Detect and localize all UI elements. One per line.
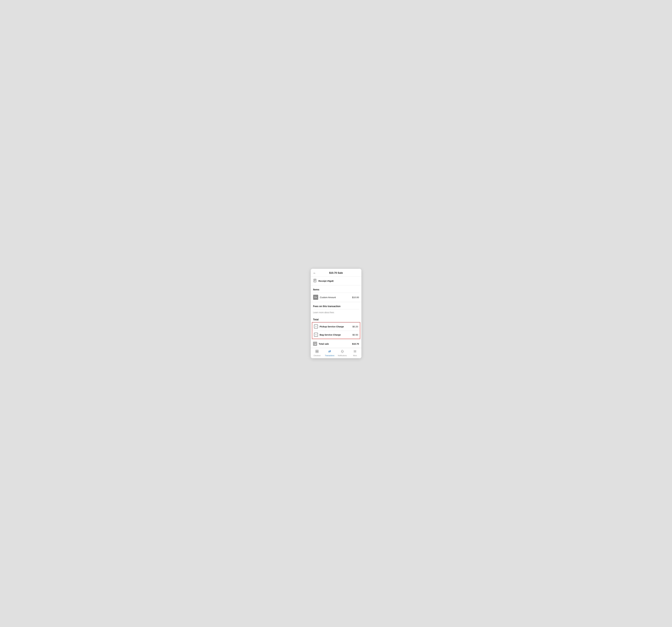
item-price: $10.00 (352, 296, 359, 299)
bottom-nav: Checkout Transactions Notifications (311, 348, 361, 358)
receipt-icon (313, 279, 317, 283)
back-button[interactable]: ← (313, 271, 316, 275)
phone-container: ← $10.70 Sale Receipt #5geE Items Cu Cus… (311, 269, 361, 358)
notifications-icon (340, 350, 344, 354)
fees-divider (313, 309, 359, 309)
total-sale-price: $10.70 (352, 343, 359, 345)
item-row: Cu Custom Amount $10.00 (311, 293, 361, 302)
more-icon (353, 350, 357, 354)
svg-rect-10 (316, 351, 317, 353)
items-section-label: Items (311, 285, 361, 293)
bag-charge-icon: ＋ (314, 333, 318, 336)
more-label: More (353, 355, 357, 356)
svg-rect-8 (316, 350, 317, 351)
item-name: Custom Amount (320, 296, 351, 299)
fees-section: Fees on this transaction Learn more abou… (311, 302, 361, 315)
svg-rect-9 (317, 350, 318, 351)
pickup-charge-price: $0.20 (353, 325, 358, 328)
page-title: $10.70 Sale (329, 272, 343, 275)
notifications-label: Notifications (338, 355, 347, 356)
nav-transactions[interactable]: Transactions (323, 350, 336, 356)
nav-checkout[interactable]: Checkout (311, 350, 323, 356)
content-area: Receipt #5geE Items Cu Custom Amount $10… (311, 277, 361, 348)
checkout-label: Checkout (314, 355, 320, 356)
item-badge: Cu (313, 295, 318, 300)
svg-rect-0 (314, 279, 316, 282)
nav-notifications[interactable]: Notifications (336, 350, 349, 356)
pickup-charge-row: ＋ Pickup Service Charge $0.20 (312, 322, 360, 331)
nav-more[interactable]: More (349, 350, 361, 356)
bag-charge-price: $0.50 (353, 333, 358, 336)
bag-charge-row: ＋ Bag Service Charge $0.50 (312, 331, 360, 339)
transactions-label: Transactions (325, 355, 334, 356)
highlight-box: ＋ Pickup Service Charge $0.20 ＋ Bag Serv… (312, 322, 360, 339)
total-sale-row: Total sale $10.70 (311, 340, 361, 348)
bag-charge-name: Bag Service Charge (320, 333, 351, 336)
fees-link[interactable]: Learn more about fees (313, 311, 334, 314)
total-section-label: Total (311, 315, 361, 322)
svg-rect-11 (317, 351, 318, 353)
receipt-row[interactable]: Receipt #5geE (311, 277, 361, 285)
total-sale-icon (313, 342, 317, 346)
transactions-icon (328, 350, 332, 354)
checkout-icon (315, 350, 319, 354)
pickup-charge-name: Pickup Service Charge (320, 325, 351, 328)
pickup-charge-icon: ＋ (314, 325, 318, 328)
total-sale-name: Total sale (319, 343, 351, 345)
page-header: ← $10.70 Sale (311, 269, 361, 277)
fees-title: Fees on this transaction (313, 305, 359, 308)
receipt-label: Receipt #5geE (318, 280, 334, 282)
